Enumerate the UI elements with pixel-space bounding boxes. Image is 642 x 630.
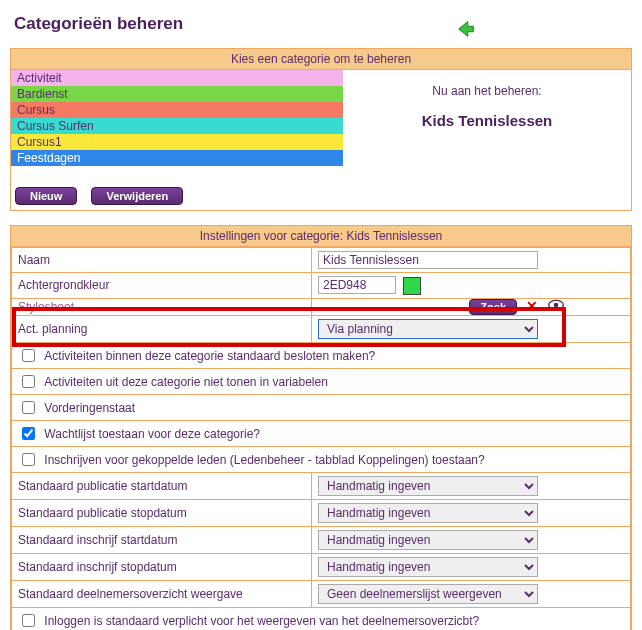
insch-start-select[interactable]: Handmatig ingeven [318,530,538,550]
now-editing-value: Kids Tennislessen [353,112,621,129]
category-item[interactable]: Cursus1 [11,134,343,150]
insch-stop-select[interactable]: Handmatig ingeven [318,557,538,577]
chk-inschrijven-label: Inschrijven voor gekoppelde leden (Leden… [44,452,484,466]
category-item[interactable]: Cursus Surfen [11,118,343,134]
color-swatch[interactable] [403,277,421,295]
name-input[interactable] [318,251,538,269]
category-item[interactable]: Activiteit [11,70,343,86]
settings-panel: Instellingen voor categorie: Kids Tennis… [10,225,632,630]
category-item[interactable]: Cursus [11,102,343,118]
back-arrow-icon[interactable] [454,17,478,41]
insch-stop-label: Standaard inschrijf stopdatum [12,553,312,580]
bgcolor-label: Achtergrondkleur [12,273,312,299]
chk-niet-tonen[interactable] [22,375,35,388]
deelnemers-select[interactable]: Geen deelnemerslijst weergeven [318,584,538,604]
category-item[interactable]: Bardienst [11,86,343,102]
category-selector-panel: Kies een categorie om te beheren Activit… [10,48,632,211]
pub-stop-select[interactable]: Handmatig ingeven [318,503,538,523]
category-item[interactable]: Feestdagen [11,150,343,166]
pub-start-select[interactable]: Handmatig ingeven [318,476,538,496]
search-button[interactable]: Zoek [469,299,517,315]
deelnemers-label: Standaard deelnemersoverzicht weergave [12,580,312,607]
bgcolor-input[interactable] [318,276,396,294]
chk-inloggen-label: Inloggen is standaard verplicht voor het… [44,613,479,627]
now-editing-label: Nu aan het beheren: [353,84,621,98]
selector-header: Kies een categorie om te beheren [11,49,631,70]
chk-vorderingen-label: Vorderingenstaat [44,400,135,414]
chk-inschrijven[interactable] [22,453,35,466]
actplanning-label: Act. planning [12,315,312,342]
clear-icon[interactable]: ✕ [526,298,538,314]
chk-wachtlijst-label: Wachtlijst toestaan voor deze categorie? [44,426,260,440]
eye-icon[interactable] [548,300,564,314]
chk-vorderingen[interactable] [22,401,35,414]
chk-wachtlijst[interactable] [22,427,35,440]
now-editing-panel: Nu aan het beheren: Kids Tennislessen [343,70,631,210]
chk-inloggen[interactable] [22,614,35,627]
actplanning-select[interactable]: Via planning [318,319,538,339]
pub-start-label: Standaard publicatie startdatum [12,472,312,499]
page-title: Categorieën beheren [14,14,454,34]
svg-point-1 [553,302,558,307]
category-list[interactable]: Activiteit Bardienst Cursus Cursus Surfe… [11,70,343,182]
insch-start-label: Standaard inschrijf startdatum [12,526,312,553]
delete-button[interactable]: Verwijderen [91,187,183,205]
stylesheet-label: Stylesheet [12,298,312,315]
chk-besloten[interactable] [22,349,35,362]
settings-header: Instellingen voor categorie: Kids Tennis… [11,226,631,247]
chk-niet-tonen-label: Activiteiten uit deze categorie niet ton… [44,374,328,388]
new-button[interactable]: Nieuw [15,187,77,205]
name-label: Naam [12,248,312,273]
pub-stop-label: Standaard publicatie stopdatum [12,499,312,526]
chk-besloten-label: Activiteiten binnen deze categorie stand… [44,348,375,362]
